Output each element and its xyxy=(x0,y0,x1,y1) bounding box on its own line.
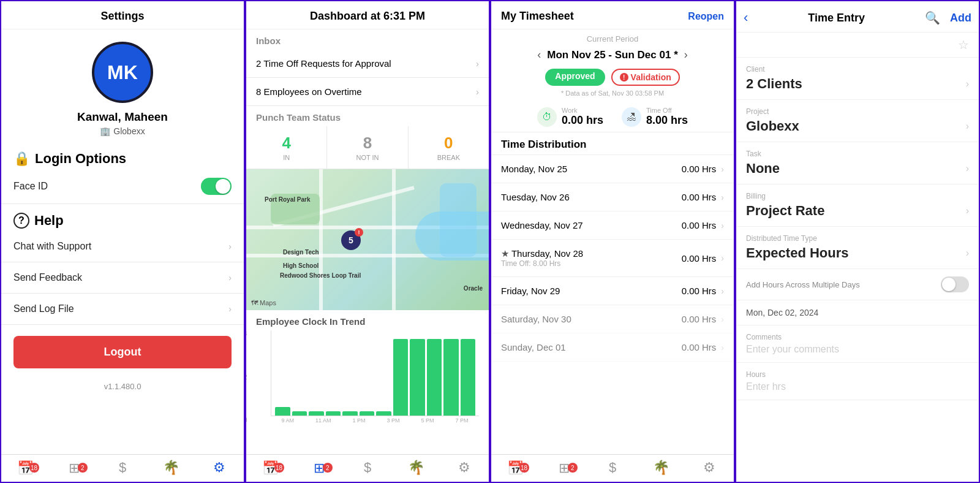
chart-bar xyxy=(461,339,476,416)
chevron-icon: › xyxy=(966,248,969,259)
nav-dashboard[interactable]: ⊞ 2 xyxy=(540,455,588,482)
chart-bar xyxy=(342,411,358,416)
timeoff-icon: 🏖 xyxy=(622,107,641,127)
chart-bars xyxy=(271,330,479,416)
day-name: Monday, Nov 25 xyxy=(501,164,567,174)
employees-overtime-row[interactable]: 8 Employees on Overtime › xyxy=(246,78,489,106)
nav-timesheet[interactable]: 📅 18 xyxy=(1,455,50,482)
star-icon[interactable]: ☆ xyxy=(958,37,969,52)
comments-input[interactable]: Enter your comments xyxy=(746,344,839,355)
next-period-button[interactable]: › xyxy=(684,48,688,61)
hours-input[interactable]: Enter hrs xyxy=(746,381,786,392)
hours-label: Hours xyxy=(746,370,969,379)
map-label-trail: High School xyxy=(283,262,318,269)
work-icon: ⏱ xyxy=(537,107,557,127)
map-container[interactable]: Port Royal Park Design Tech High School … xyxy=(246,169,489,310)
star-icon: ★ xyxy=(501,248,509,259)
comments-field[interactable]: Comments Enter your comments xyxy=(736,325,979,363)
day-row[interactable]: Monday, Nov 250.00 Hrs› xyxy=(491,155,734,183)
nav-billing[interactable]: $ xyxy=(343,455,391,482)
dist-time-field[interactable]: Distributed Time Type Expected Hours › xyxy=(736,227,979,269)
punch-break-num: 0 xyxy=(409,134,489,153)
bottom-nav: 📅 18 ⊞ 2 $ 🌴 ⚙ xyxy=(1,454,244,482)
face-id-toggle[interactable] xyxy=(201,178,232,195)
dollar-icon: $ xyxy=(609,460,616,476)
chart-bar xyxy=(410,339,425,416)
version-text: v1.1.480.0 xyxy=(1,382,244,391)
chevron-icon: › xyxy=(476,86,479,97)
lock-icon: 🔒 xyxy=(13,151,30,167)
nav-timeoff[interactable]: 🌴 xyxy=(147,455,195,482)
client-field[interactable]: Client 2 Clients › xyxy=(736,58,979,100)
day-row[interactable]: Friday, Nov 290.00 Hrs› xyxy=(491,277,734,305)
nav-billing[interactable]: $ xyxy=(588,455,636,482)
day-row[interactable]: ★ Thursday, Nov 28Time Off: 8.00 Hrs0.00… xyxy=(491,240,734,277)
add-hours-label: Add Hours Across Multiple Days xyxy=(746,280,860,289)
day-name: Tuesday, Nov 26 xyxy=(501,192,570,202)
back-button[interactable]: ‹ xyxy=(744,10,748,26)
client-label: Client xyxy=(746,65,969,74)
day-hours: 0.00 Hrs› xyxy=(682,220,724,230)
hours-field[interactable]: Hours Enter hrs xyxy=(736,363,979,400)
chevron-icon: › xyxy=(721,286,724,296)
punch-status-row: 4 IN 8 NOT IN 0 BREAK xyxy=(246,126,489,169)
nav-badge: 2 xyxy=(568,463,578,473)
chevron-icon: › xyxy=(966,78,969,89)
nav-billing[interactable]: $ xyxy=(98,455,146,482)
hours-value: 0.00 Hrs xyxy=(682,253,717,264)
nav-settings[interactable]: ⚙ xyxy=(685,455,734,482)
billing-field[interactable]: Billing Project Rate › xyxy=(736,184,979,227)
validation-dot: ! xyxy=(620,73,628,82)
date-range: Mon Nov 25 - Sun Dec 01 * xyxy=(547,49,678,61)
timeoff-label: Time Off xyxy=(646,107,688,114)
nav-dashboard[interactable]: ⊞ 2 xyxy=(50,455,98,482)
billing-label: Billing xyxy=(746,192,969,200)
chevron-icon: › xyxy=(228,273,232,283)
nav-badge: 18 xyxy=(519,463,529,473)
client-value: 2 Clients xyxy=(746,76,802,92)
send-feedback-row[interactable]: Send Feedback › xyxy=(1,262,244,294)
day-row[interactable]: Wednesday, Nov 270.00 Hrs› xyxy=(491,211,734,240)
day-name: Wednesday, Nov 27 xyxy=(501,220,583,230)
help-icon: ? xyxy=(13,213,29,229)
billing-value: Project Rate xyxy=(746,203,824,219)
search-button[interactable]: 🔍 xyxy=(925,10,940,25)
nav-timesheet[interactable]: 📅 18 xyxy=(246,455,295,482)
chevron-icon: › xyxy=(476,58,479,69)
chat-support-row[interactable]: Chat with Support › xyxy=(1,231,244,262)
project-field[interactable]: Project Globexx › xyxy=(736,100,979,142)
task-field[interactable]: Task None › xyxy=(736,142,979,184)
day-hours: 0.00 Hrs› xyxy=(682,314,724,324)
chevron-icon: › xyxy=(721,314,724,324)
nav-timeoff[interactable]: 🌴 xyxy=(392,455,440,482)
nav-settings[interactable]: ⚙ xyxy=(440,455,489,482)
day-hours: 0.00 Hrs› xyxy=(682,342,724,352)
add-hours-toggle[interactable] xyxy=(941,276,969,292)
chat-support-label: Chat with Support xyxy=(13,241,91,252)
send-log-row[interactable]: Send Log File › xyxy=(1,294,244,325)
date-nav: ‹ Mon Nov 25 - Sun Dec 01 * › xyxy=(491,46,734,66)
chart-bar xyxy=(443,339,459,416)
prev-period-button[interactable]: ‹ xyxy=(537,48,541,61)
day-row[interactable]: Tuesday, Nov 260.00 Hrs› xyxy=(491,183,734,211)
chevron-icon: › xyxy=(966,121,969,132)
punch-in-label: IN xyxy=(246,154,326,161)
nav-timeoff[interactable]: 🌴 xyxy=(637,455,685,482)
reopen-button[interactable]: Reopen xyxy=(688,11,724,22)
map-label-park: Port Royal Park xyxy=(265,196,310,203)
chart-x-labels: 9 AM11 AM1 PM3 PM5 PM7 PM xyxy=(271,417,479,424)
nav-dashboard[interactable]: ⊞ 2 xyxy=(295,455,343,482)
punch-not-in-col: 8 NOT IN xyxy=(327,126,408,169)
nav-settings[interactable]: ⚙ xyxy=(195,455,244,482)
timeoff-summary: 🏖 Time Off 8.00 hrs xyxy=(622,107,688,127)
chart-bar xyxy=(275,407,290,416)
chart-y-labels: 420 xyxy=(245,330,247,424)
dollar-icon: $ xyxy=(364,460,371,476)
chevron-icon: › xyxy=(721,164,724,174)
add-button[interactable]: Add xyxy=(950,12,971,25)
avatar-section: MK Kanwal, Maheen 🏢 Globexx xyxy=(1,29,244,142)
logout-button[interactable]: Logout xyxy=(13,336,232,368)
map-pin[interactable]: 5 ! xyxy=(341,230,361,250)
time-off-requests-row[interactable]: 2 Time Off Requests for Approval › xyxy=(246,50,489,78)
nav-timesheet[interactable]: 📅 18 xyxy=(491,455,540,482)
